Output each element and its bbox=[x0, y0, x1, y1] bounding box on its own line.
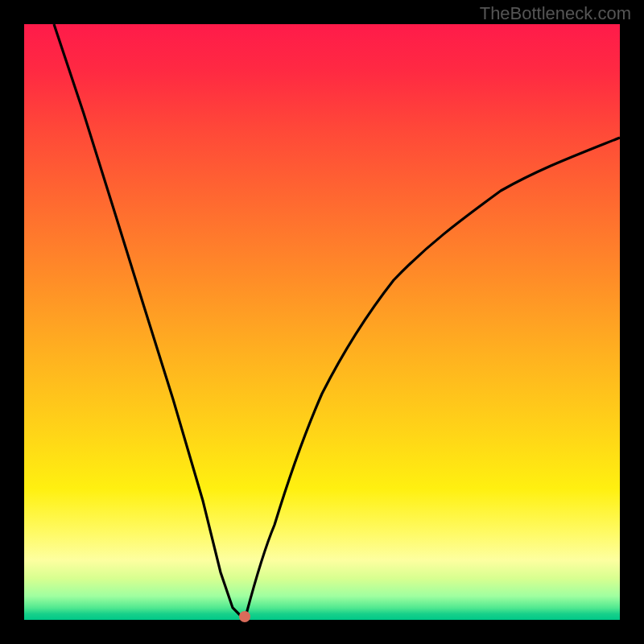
curve-left-branch bbox=[54, 24, 245, 620]
chart-plot-area bbox=[24, 24, 620, 620]
watermark-text: TheBottleneck.com bbox=[480, 3, 631, 24]
chart-curve bbox=[24, 24, 620, 620]
optimum-marker bbox=[239, 611, 250, 622]
curve-right-branch bbox=[245, 138, 620, 620]
